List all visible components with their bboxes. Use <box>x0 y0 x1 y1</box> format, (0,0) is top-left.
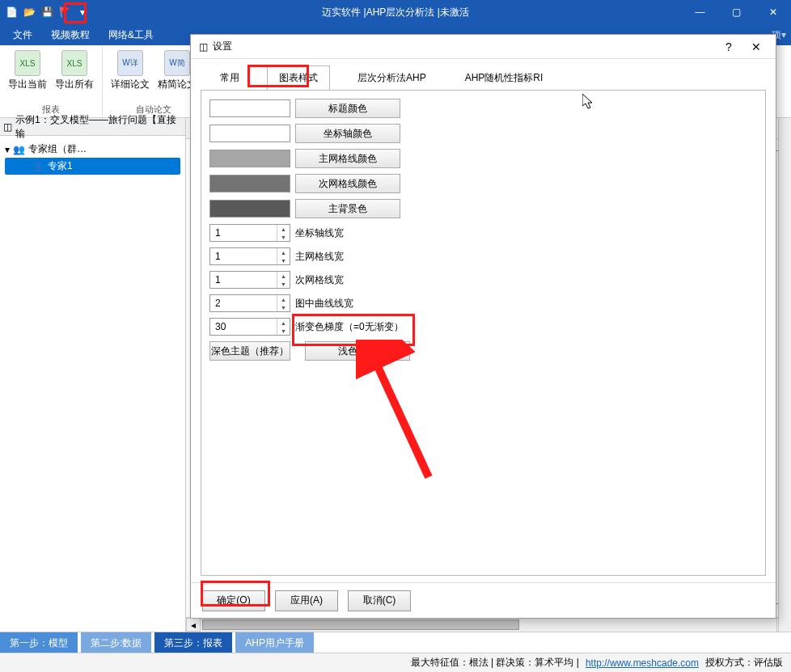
tab-ahp[interactable]: 层次分析法AHP <box>346 66 438 90</box>
gradient-input[interactable]: 30▲▼ <box>209 318 290 336</box>
cursor-icon <box>582 94 595 114</box>
scroll-track[interactable] <box>201 618 776 632</box>
vertical-scrollbar[interactable] <box>778 118 791 632</box>
status-license: 授权方式：评估版 <box>705 656 783 670</box>
menu-video-tutorial[interactable]: 视频教程 <box>43 25 98 45</box>
tree-root-label: 专家组（群… <box>28 142 87 156</box>
tree-view[interactable]: ▾ 👥 专家组（群… 👤 专家1 <box>0 136 185 632</box>
tree-child-label: 专家1 <box>48 159 73 173</box>
word-icon: W简 <box>164 50 190 76</box>
export-current-button[interactable]: XLS 导出当前 <box>8 50 47 91</box>
dialog-tabs: 常用 图表样式 层次分析法AHP AHP随机性指标RI <box>191 66 776 90</box>
export-current-label: 导出当前 <box>8 78 47 91</box>
quick-access-toolbar: 📄 📂 💾 🚩 ▾ <box>0 6 94 19</box>
axis-width-input[interactable]: 1▲▼ <box>209 224 290 242</box>
dialog-body: 标题颜色 坐标轴颜色 主网格线颜色 次网格线颜色 主背景色 1▲▼坐标轴线宽 1… <box>201 90 766 576</box>
horizontal-scrollbar[interactable]: ◂ ▸ <box>186 617 791 632</box>
status-eigenvalue: 最大特征值：根法 | 群决策：算术平均 | <box>411 656 579 670</box>
subgrid-color-button[interactable]: 次网格线颜色 <box>295 174 400 193</box>
menu-file[interactable]: 文件 <box>5 25 40 45</box>
title-color-button[interactable]: 标题颜色 <box>295 99 400 118</box>
axis-color-swatch[interactable] <box>209 125 290 142</box>
maingrid-color-swatch[interactable] <box>209 150 290 167</box>
xls-icon: XLS <box>15 50 40 76</box>
step-model[interactable]: 第一步：模型 <box>0 632 78 653</box>
ok-button[interactable]: 确定(O) <box>202 590 265 611</box>
step-data[interactable]: 第二步:数据 <box>81 632 151 653</box>
close-button[interactable]: ✕ <box>755 0 791 24</box>
export-all-label: 导出所有 <box>55 78 94 91</box>
tab-ahp-ri[interactable]: AHP随机性指标RI <box>454 66 555 90</box>
tab-common[interactable]: 常用 <box>209 66 251 90</box>
user-icon: 👤 <box>32 161 44 172</box>
tree-child[interactable]: 👤 专家1 <box>5 158 180 175</box>
gradient-label: 渐变色梯度（=0无渐变） <box>295 320 404 334</box>
subgrid-color-swatch[interactable] <box>209 175 290 192</box>
group-icon: 👥 <box>13 144 25 155</box>
step-tabs: 第一步：模型 第二步:数据 第三步：报表 AHP用户手册 <box>0 632 791 653</box>
minimize-button[interactable]: — <box>682 0 718 24</box>
status-bar: 最大特征值：根法 | 群决策：算术平均 | http://www.meshcad… <box>0 653 791 672</box>
apply-button[interactable]: 应用(A) <box>275 590 338 611</box>
dialog-close-button[interactable]: ✕ <box>745 40 768 53</box>
status-link[interactable]: http://www.meshcade.com <box>586 657 699 669</box>
maingrid-width-label: 主网格线宽 <box>295 250 344 264</box>
dialog-help-button[interactable]: ? <box>717 40 740 53</box>
cube-icon: ◫ <box>3 121 12 133</box>
settings-icon: ◫ <box>199 41 208 53</box>
expand-icon[interactable]: ▾ <box>5 144 10 155</box>
step-report[interactable]: 第三步：报表 <box>154 632 232 653</box>
tab-chart-style[interactable]: 图表样式 <box>267 66 330 91</box>
dropdown-icon[interactable]: ▾ <box>76 6 89 19</box>
title-bar: 📄 📂 💾 🚩 ▾ 迈实软件 |AHP层次分析法 |未激活 — ▢ ✕ <box>0 0 791 24</box>
maingrid-color-button[interactable]: 主网格线颜色 <box>295 149 400 168</box>
tree-root[interactable]: ▾ 👥 专家组（群… <box>5 141 180 158</box>
subgrid-width-input[interactable]: 1▲▼ <box>209 271 290 289</box>
open-file-icon[interactable]: 📂 <box>23 6 36 19</box>
dialog-title: 设置 <box>213 40 232 53</box>
dark-theme-button[interactable]: 深色主题（推荐） <box>209 341 290 361</box>
app-title: 迈实软件 |AHP层次分析法 |未激活 <box>322 6 469 19</box>
maingrid-width-input[interactable]: 1▲▼ <box>209 247 290 265</box>
bg-color-swatch[interactable] <box>209 200 290 218</box>
axis-width-label: 坐标轴线宽 <box>295 226 344 240</box>
settings-dialog: ◫ 设置 ? ✕ 常用 图表样式 层次分析法AHP AHP随机性指标RI 标题颜… <box>190 34 776 619</box>
left-panel-header: ◫ 示例1：交叉模型——旅行问题【直接输 <box>0 118 185 136</box>
export-all-button[interactable]: XLS 导出所有 <box>55 50 94 91</box>
dialog-footer: 确定(O) 应用(A) 取消(C) <box>191 582 776 618</box>
scroll-left-icon[interactable]: ◂ <box>186 618 201 632</box>
scroll-thumb[interactable] <box>202 619 519 630</box>
subgrid-width-label: 次网格线宽 <box>295 273 344 287</box>
step-manual[interactable]: AHP用户手册 <box>235 632 314 653</box>
curve-width-input[interactable]: 2▲▼ <box>209 294 290 312</box>
maximize-button[interactable]: ▢ <box>718 0 755 24</box>
light-theme-button[interactable]: 浅色主题 <box>305 341 410 361</box>
xls-icon: XLS <box>61 50 87 76</box>
curve-width-label: 图中曲线线宽 <box>295 297 353 311</box>
new-file-icon[interactable]: 📄 <box>5 6 18 19</box>
menu-network-tools[interactable]: 网络&工具 <box>100 25 162 45</box>
axis-color-button[interactable]: 坐标轴颜色 <box>295 124 400 143</box>
detailed-doc-label: 详细论文 <box>111 78 150 91</box>
dialog-titlebar: ◫ 设置 ? ✕ <box>191 35 776 59</box>
left-panel: ◫ 示例1：交叉模型——旅行问题【直接输 ▾ 👥 专家组（群… 👤 专家1 <box>0 118 186 632</box>
detailed-doc-button[interactable]: W详 详细论文 <box>111 50 150 91</box>
save-icon[interactable]: 💾 <box>40 6 53 19</box>
flag-icon[interactable]: 🚩 <box>58 6 71 19</box>
bg-color-button[interactable]: 主背景色 <box>295 199 400 218</box>
window-controls: — ▢ ✕ <box>682 0 791 24</box>
ribbon-group-report: XLS 导出当前 XLS 导出所有 报表 <box>0 45 103 117</box>
word-icon: W详 <box>117 50 143 76</box>
title-color-swatch[interactable] <box>209 99 290 117</box>
cancel-button[interactable]: 取消(C) <box>348 590 411 611</box>
